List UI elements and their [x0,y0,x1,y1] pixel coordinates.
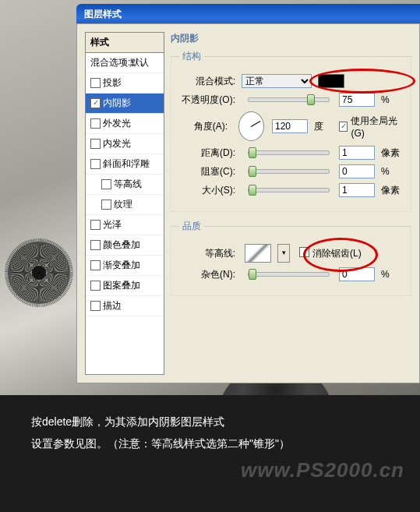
blend-mode-select[interactable]: 正常 [242,74,312,88]
contour-dropdown-arrow-icon[interactable]: ▾ [277,244,290,263]
noise-slider[interactable] [248,272,330,277]
bullet-hole-decoration [8,242,70,304]
choke-label: 阻塞(C): [179,165,238,178]
checkbox-icon[interactable] [90,118,101,129]
style-item-stroke[interactable]: 描边 [86,296,164,316]
style-item-satin[interactable]: 光泽 [86,215,164,235]
styles-header: 样式 [86,33,164,53]
style-item-contour[interactable]: 等高线 [86,175,164,195]
styles-list-panel: 样式 混合选项:默认 投影 内阴影 外发光 内发光 斜面和浮雕 等高线 纹理 光… [85,32,164,375]
window-title: 图层样式 [84,9,122,19]
checkbox-icon[interactable] [90,281,101,291]
checkbox-icon[interactable] [90,220,101,230]
angle-input[interactable] [272,119,308,133]
style-item-bevel-emboss[interactable]: 斜面和浮雕 [86,154,164,175]
size-slider[interactable] [248,188,330,192]
distance-label: 距离(D): [179,147,238,160]
unit-percent: % [381,269,403,280]
angle-label: 角度(A): [179,120,231,133]
choke-input[interactable] [339,164,375,178]
settings-panel: 内阴影 结构 混合模式: 正常 不透明度(O): % 角度(A): 度 使用全局 [171,32,411,375]
unit-percent: % [381,166,403,177]
style-item-drop-shadow[interactable]: 投影 [86,73,164,94]
dialog-body: 样式 混合选项:默认 投影 内阴影 外发光 内发光 斜面和浮雕 等高线 纹理 光… [76,23,420,383]
blend-mode-label: 混合模式: [179,75,238,88]
annotation-oval-blend-mode [309,69,415,94]
unit-px: 像素 [381,147,403,160]
choke-slider[interactable] [248,169,330,174]
style-item-outer-glow[interactable]: 外发光 [86,114,164,134]
unit-percent: % [381,94,403,105]
size-label: 大小(S): [179,184,238,197]
checkbox-icon[interactable] [101,200,111,210]
opacity-slider[interactable] [248,97,330,102]
opacity-label: 不透明度(O): [179,94,238,107]
caption-area: 按delete删除，为其添加内阴影图层样式 设置参数见图。（注意：等高线样式选第… [0,395,420,512]
style-item-inner-glow[interactable]: 内发光 [86,134,164,154]
opacity-input[interactable] [339,93,375,107]
global-light-label: 使用全局光(G) [351,115,403,139]
structure-legend: 结构 [179,50,204,63]
noise-label: 杂色(N): [179,268,238,281]
unit-degree: 度 [314,120,336,133]
angle-dial[interactable] [238,111,264,141]
style-item-gradient-overlay[interactable]: 渐变叠加 [86,256,164,276]
contour-picker[interactable] [245,244,271,263]
blend-options-default[interactable]: 混合选项:默认 [86,53,164,73]
style-item-inner-shadow[interactable]: 内阴影 [86,94,164,114]
style-item-color-overlay[interactable]: 颜色叠加 [86,235,164,256]
watermark: www.PS2000.cn [241,450,404,490]
unit-px: 像素 [381,184,403,197]
checkbox-icon[interactable] [90,301,101,311]
checkbox-icon[interactable] [90,78,101,88]
contour-label: 等高线: [179,247,238,260]
checkbox-icon[interactable] [90,159,101,169]
checkbox-icon[interactable] [90,240,101,250]
panel-title: 内阴影 [171,32,411,45]
caption-line-1: 按delete删除，为其添加内阴影图层样式 [31,411,389,433]
distance-slider[interactable] [248,150,330,155]
style-item-pattern-overlay[interactable]: 图案叠加 [86,276,164,296]
checkbox-icon[interactable] [101,179,111,189]
style-item-texture[interactable]: 纹理 [86,195,164,215]
checkbox-icon[interactable] [90,98,101,108]
distance-input[interactable] [339,146,375,160]
checkbox-icon[interactable] [90,139,101,149]
annotation-oval-contour [303,238,378,272]
quality-legend: 品质 [179,220,204,233]
global-light-checkbox[interactable] [339,122,348,132]
checkbox-icon[interactable] [90,260,101,270]
size-input[interactable] [339,183,375,197]
